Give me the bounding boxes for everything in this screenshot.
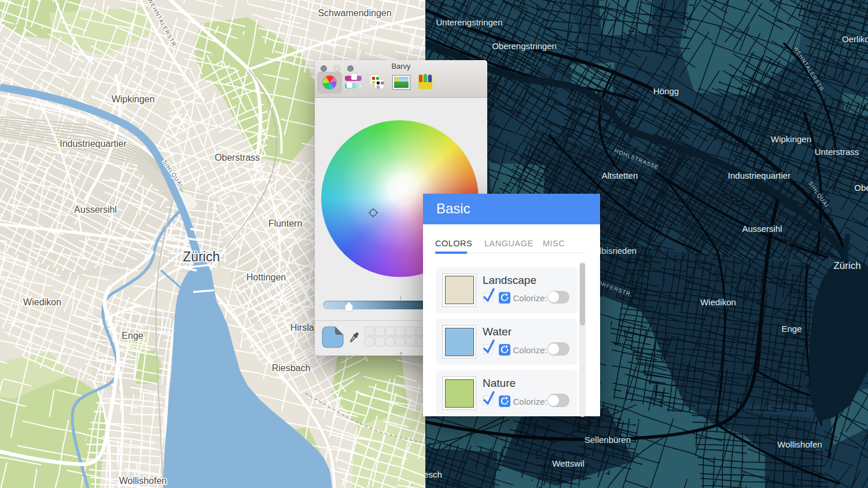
svg-text:Wollishofen: Wollishofen — [119, 476, 167, 486]
svg-text:Aussersihl: Aussersihl — [742, 224, 782, 234]
svg-text:Wiedikon: Wiedikon — [23, 297, 61, 307]
svg-text:Wollishofen: Wollishofen — [777, 439, 822, 449]
svg-text:Enge: Enge — [122, 331, 143, 341]
svg-text:Oerlikon: Oerlikon — [842, 34, 868, 44]
svg-text:Fluntern: Fluntern — [269, 219, 303, 228]
svg-text:Oberengstringen: Oberengstringen — [492, 41, 557, 51]
svg-text:Wiedikon: Wiedikon — [700, 297, 736, 307]
svg-text:Enge: Enge — [781, 324, 801, 334]
svg-text:Schwamendingen: Schwamendingen — [318, 8, 391, 18]
svg-text:Aussersihl: Aussersihl — [74, 205, 117, 215]
svg-text:Wettswil: Wettswil — [552, 459, 584, 468]
svg-text:Zürich: Zürich — [833, 260, 860, 271]
svg-text:Industriequartier: Industriequartier — [60, 139, 127, 149]
svg-text:Industriequartier: Industriequartier — [728, 171, 790, 180]
svg-text:Hottingen: Hottingen — [247, 272, 286, 282]
svg-text:esch: esch — [424, 469, 442, 479]
svg-text:Höngg: Höngg — [653, 86, 679, 96]
svg-text:Unterstrass: Unterstrass — [815, 147, 859, 157]
svg-text:Oberstrass: Oberstrass — [854, 183, 868, 193]
svg-text:Albisrieden: Albisrieden — [594, 246, 637, 256]
svg-text:Wipkingen: Wipkingen — [771, 134, 811, 144]
svg-text:Altstetten: Altstetten — [602, 171, 638, 180]
svg-text:Unterengstringen: Unterengstringen — [436, 17, 502, 27]
svg-text:Zürich: Zürich — [183, 249, 220, 264]
svg-text:Oberstrass: Oberstrass — [215, 153, 260, 162]
svg-text:Riesbach: Riesbach — [272, 363, 311, 373]
svg-text:Wipkingen: Wipkingen — [112, 94, 155, 104]
svg-text:Sellenbüren: Sellenbüren — [584, 435, 631, 445]
